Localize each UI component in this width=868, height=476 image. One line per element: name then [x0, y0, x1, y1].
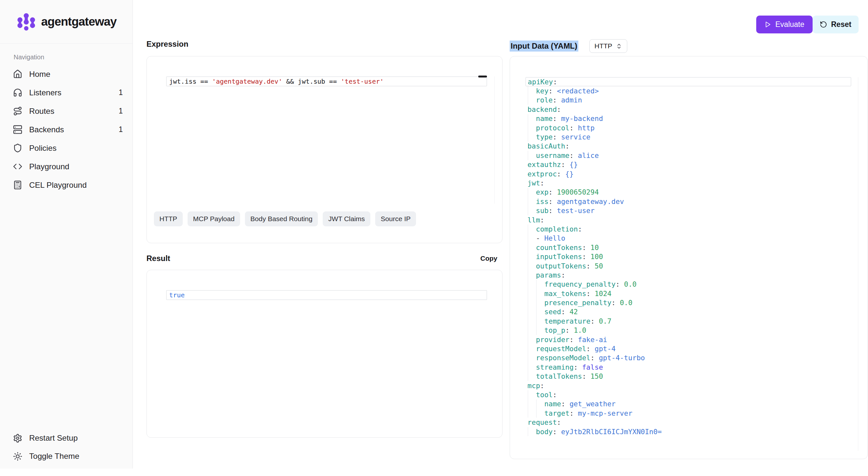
- expression-card: jwt.iss == 'agentgateway.dev' && jwt.sub…: [147, 56, 502, 243]
- context-select[interactable]: HTTP: [589, 39, 627, 53]
- result-value: true: [166, 290, 487, 300]
- shield-icon: [13, 143, 22, 153]
- nav-item-label: Playground: [29, 162, 69, 171]
- sample-chip-source-ip[interactable]: Source IP: [375, 211, 416, 226]
- yaml-line: completion:: [526, 225, 851, 234]
- evaluate-button[interactable]: Evaluate: [756, 16, 813, 33]
- sun-icon: [13, 452, 22, 461]
- expression-editor[interactable]: jwt.iss == 'agentgateway.dev' && jwt.sub…: [166, 77, 495, 204]
- yaml-line: outputTokens: 50: [526, 261, 851, 270]
- nav-item-label: Home: [29, 70, 50, 79]
- evaluate-label: Evaluate: [775, 20, 805, 29]
- sample-chip-http[interactable]: HTTP: [154, 211, 183, 226]
- brand-name: agentgateway: [41, 15, 117, 29]
- nav-item-label: Toggle Theme: [29, 452, 80, 461]
- yaml-line: body: eyJtb2RlbCI6ICJmYXN0In0=: [526, 427, 851, 436]
- brand-logo[interactable]: agentgateway: [0, 0, 132, 44]
- yaml-line: type: service: [526, 132, 851, 141]
- expression-code: jwt.iss == 'agentgateway.dev' && jwt.sub…: [169, 78, 383, 85]
- yaml-line: name: my-backend: [526, 114, 851, 123]
- sample-chip-body-based-routing[interactable]: Body Based Routing: [245, 211, 318, 226]
- yaml-line: temperature: 0.7: [526, 317, 851, 326]
- result-title: Result: [147, 254, 170, 263]
- expression-title: Expression: [147, 39, 502, 49]
- nav-item-label: Listeners: [29, 88, 61, 97]
- sidebar-action-restart-setup[interactable]: Restart Setup: [13, 429, 123, 447]
- yaml-line: llm:: [526, 215, 851, 225]
- yaml-line: frequency_penalty: 0.0: [526, 280, 851, 289]
- server-icon: [13, 125, 22, 134]
- calculator-icon: [13, 180, 22, 190]
- yaml-line: inputTokens: 100: [526, 252, 851, 261]
- sidebar-footer: Restart SetupToggle Theme: [13, 429, 123, 465]
- count-badge: 1: [119, 107, 123, 115]
- sample-chip-mcp-payload[interactable]: MCP Payload: [188, 211, 240, 226]
- nav-item-label: CEL Playground: [29, 181, 87, 190]
- sidebar-item-backends[interactable]: Backends1: [13, 120, 123, 139]
- input-data-column: Input Data (YAML) HTTP apiKey:key: <reda…: [510, 39, 868, 459]
- yaml-line: exp: 1900650294: [526, 188, 851, 197]
- chevrons-up-down-icon: [616, 43, 622, 49]
- rotate-ccw-icon: [820, 21, 827, 28]
- route-icon: [13, 106, 22, 116]
- input-data-title: Input Data (YAML): [510, 40, 578, 52]
- yaml-line: key: <redacted>: [526, 86, 851, 95]
- gear-icon: [13, 434, 22, 443]
- sidebar-action-toggle-theme[interactable]: Toggle Theme: [13, 447, 123, 465]
- yaml-line: presence_penalty: 0.0: [526, 298, 851, 307]
- yaml-line: provider: fake-ai: [526, 335, 851, 344]
- expression-column: Expression jwt.iss == 'agentgateway.dev'…: [147, 39, 502, 438]
- sidebar: agentgateway Navigation HomeListeners1Ro…: [0, 0, 133, 469]
- input-data-card: apiKey:key: <redacted>role: adminbackend…: [510, 56, 868, 459]
- yaml-line: mcp:: [526, 381, 851, 390]
- yaml-line: username: alice: [526, 151, 851, 160]
- sidebar-item-listeners[interactable]: Listeners1: [13, 83, 123, 102]
- result-card: true: [147, 270, 502, 438]
- expression-code-line[interactable]: jwt.iss == 'agentgateway.dev' && jwt.sub…: [166, 77, 487, 86]
- yaml-line: countTokens: 10: [526, 243, 851, 252]
- yaml-line: - Hello: [526, 234, 851, 243]
- yaml-line: extproc: {}: [526, 169, 851, 178]
- yaml-line: sub: test-user: [526, 206, 851, 215]
- scrollbar-thumb[interactable]: [478, 76, 487, 78]
- yaml-editor[interactable]: apiKey:key: <redacted>role: adminbackend…: [526, 77, 858, 451]
- sample-chip-jwt-claims[interactable]: JWT Claims: [323, 211, 370, 226]
- yaml-line: jwt:: [526, 178, 851, 187]
- yaml-line: responseModel: gpt-4-turbo: [526, 353, 851, 362]
- yaml-line: name: get_weather: [526, 399, 851, 409]
- yaml-line: target: my-mcp-server: [526, 409, 851, 418]
- yaml-line: request:: [526, 418, 851, 427]
- yaml-line: top_p: 1.0: [526, 326, 851, 335]
- yaml-line: totalTokens: 150: [526, 372, 851, 381]
- yaml-line: backend:: [526, 105, 851, 114]
- yaml-line: tool:: [526, 390, 851, 399]
- nav-item-label: Policies: [29, 144, 56, 153]
- reset-label: Reset: [831, 20, 851, 29]
- sidebar-item-cel-playground[interactable]: CEL Playground: [13, 176, 123, 194]
- yaml-line: protocol: http: [526, 123, 851, 132]
- yaml-line: seed: 42: [526, 307, 851, 317]
- sidebar-item-routes[interactable]: Routes1: [13, 102, 123, 120]
- play-icon: [764, 21, 771, 28]
- yaml-line: apiKey:: [526, 77, 851, 86]
- yaml-line: role: admin: [526, 96, 851, 105]
- sidebar-item-home[interactable]: Home: [13, 65, 123, 83]
- code-icon: [13, 162, 22, 171]
- reset-button[interactable]: Reset: [813, 16, 859, 33]
- sidebar-item-playground[interactable]: Playground: [13, 157, 123, 176]
- context-select-value: HTTP: [594, 42, 612, 50]
- sample-chips: HTTPMCP PayloadBody Based RoutingJWT Cla…: [154, 211, 416, 226]
- yaml-line: extauthz: {}: [526, 160, 851, 169]
- sidebar-item-policies[interactable]: Policies: [13, 139, 123, 157]
- input-data-header: Input Data (YAML) HTTP: [510, 39, 868, 53]
- nav-list: HomeListeners1Routes1Backends1PoliciesPl…: [0, 65, 132, 194]
- headphones-icon: [13, 88, 22, 97]
- nav-item-label: Backends: [29, 125, 64, 134]
- page-root: agentgateway Navigation HomeListeners1Ro…: [0, 0, 868, 476]
- home-icon: [13, 69, 22, 79]
- yaml-line: max_tokens: 1024: [526, 289, 851, 298]
- copy-button[interactable]: Copy: [480, 255, 498, 262]
- yaml-line: basicAuth:: [526, 142, 851, 151]
- result-header: Result Copy: [147, 254, 502, 263]
- nav-item-label: Restart Setup: [29, 434, 78, 443]
